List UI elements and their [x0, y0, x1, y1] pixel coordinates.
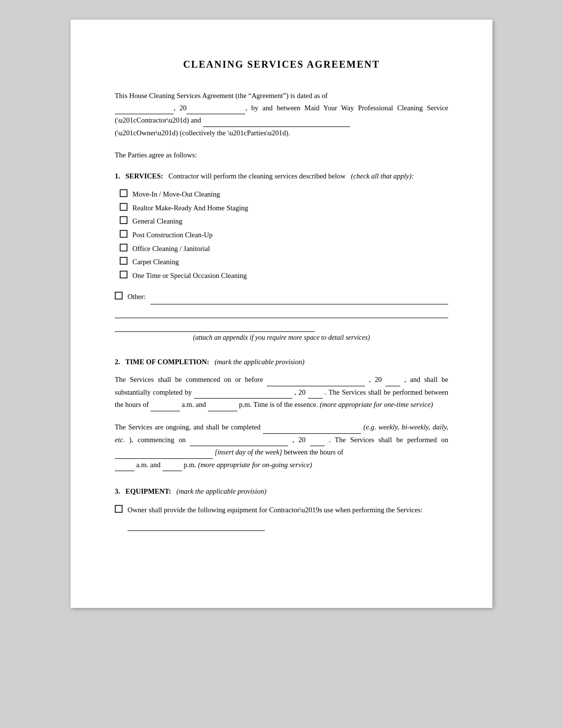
continuation-line-1: [115, 306, 448, 318]
service-label-office: Office Cleaning / Janitorial: [132, 242, 210, 256]
time-para2-italic3: (more appropriate for on-going service): [198, 461, 312, 469]
time-para1-italic: (more appropriate for one-time service): [320, 401, 433, 408]
time-para2-before: The Services are ongoing, and shall be c…: [115, 423, 263, 431]
section-time-heading: 2. TIME OF COMPLETION: (mark the applica…: [115, 356, 448, 368]
ongoing-frequency-field[interactable]: [263, 421, 361, 434]
checkbox-carpet[interactable]: [120, 257, 128, 265]
list-item: Post Construction Clean-Up: [120, 228, 448, 242]
time-para2-mid5: a.m. and: [136, 461, 162, 469]
time-para1-mid3: , 20: [294, 388, 306, 396]
section-equipment-italic: (mark the applicable provision): [177, 487, 267, 495]
section-equipment-heading: 3. EQUIPMENT: (mark the applicable provi…: [115, 486, 448, 497]
section-equipment-title: EQUIPMENT:: [126, 487, 171, 495]
list-item: General Cleaning: [120, 215, 448, 228]
service-label-move-in-out: Move-In / Move-Out Cleaning: [132, 188, 220, 201]
intro-owner-label: (\u201cOwner\u201d) (collectively the \u…: [115, 129, 290, 137]
checkbox-office[interactable]: [120, 244, 128, 251]
section-number-3: 3.: [115, 487, 120, 495]
commence-year-field[interactable]: [385, 374, 400, 386]
intro-block: This House Cleaning Services Agreement (…: [115, 90, 448, 139]
time-para1-mid5: a.m. and: [182, 401, 208, 408]
intro-line1: This House Cleaning Services Agreement (…: [115, 92, 328, 100]
section-services: 1. SERVICES: Contractor will perform the…: [115, 171, 448, 342]
checkbox-other[interactable]: [115, 292, 123, 300]
time-para1-mid6: p.m. Time is of the essence.: [239, 401, 320, 408]
list-item: Realtor Make-Ready And Home Staging: [120, 201, 448, 215]
list-item: Carpet Cleaning: [120, 255, 448, 269]
checkbox-post-construction[interactable]: [120, 230, 128, 238]
section-time-of-completion: 2. TIME OF COMPLETION: (mark the applica…: [115, 356, 448, 472]
section-time-title: TIME OF COMPLETION:: [126, 358, 209, 366]
checkbox-realtor[interactable]: [120, 203, 128, 211]
services-checkbox-list: Move-In / Move-Out Cleaning Realtor Make…: [115, 188, 448, 282]
other-line: Other:: [115, 290, 448, 304]
section-services-italic: (check all that apply):: [351, 172, 414, 180]
section-equipment: 3. EQUIPMENT: (mark the applicable provi…: [115, 486, 448, 530]
other-field[interactable]: [151, 290, 448, 304]
time-para2-mid1: ), commencing on: [129, 436, 190, 444]
list-item: Move-In / Move-Out Cleaning: [120, 188, 448, 201]
section-services-text: Contractor will perform the cleaning ser…: [168, 172, 345, 180]
checkbox-move-in-out[interactable]: [120, 189, 128, 197]
start-hour-field[interactable]: [151, 399, 180, 411]
equipment-checkbox-row: Owner shall provide the following equipm…: [115, 503, 448, 531]
ongoing-start-field[interactable]: [190, 434, 288, 447]
insert-day-italic: [insert day of the week]: [215, 448, 284, 456]
time-para2-mid6: p.m.: [183, 461, 198, 469]
service-label-post-construction: Post Construction Clean-Up: [132, 228, 213, 242]
appendix-note: (attach an appendix if you require more …: [115, 334, 448, 342]
end-hour-field[interactable]: [208, 399, 237, 411]
commence-date-field[interactable]: [267, 374, 365, 386]
complete-year-field[interactable]: [308, 386, 323, 399]
time-para1-before: The Services shall be commenced on or be…: [115, 376, 267, 383]
section-services-title: SERVICES:: [126, 172, 163, 180]
day-of-week-field[interactable]: [115, 446, 213, 459]
time-para-1: The Services shall be commenced on or be…: [115, 374, 448, 411]
time-para-2: The Services are ongoing, and shall be c…: [115, 421, 448, 472]
checkbox-owner-equipment[interactable]: [115, 505, 123, 513]
checkbox-general[interactable]: [120, 216, 128, 224]
ongoing-start-hour-field[interactable]: [115, 459, 134, 472]
list-item: Office Cleaning / Janitorial: [120, 242, 448, 256]
checkbox-one-time[interactable]: [120, 271, 128, 278]
complete-date-field[interactable]: [194, 386, 292, 399]
owner-name-field[interactable]: [203, 114, 350, 127]
service-label-general: General Cleaning: [132, 215, 182, 228]
section-time-italic: (mark the applicable provision): [214, 358, 305, 366]
service-label-carpet: Carpet Cleaning: [132, 255, 179, 269]
ongoing-end-hour-field[interactable]: [162, 459, 182, 472]
time-para2-mid3: . The Services shall be performed on: [329, 436, 448, 444]
section-services-heading: 1. SERVICES: Contractor will perform the…: [115, 171, 448, 182]
service-label-realtor: Realtor Make-Ready And Home Staging: [132, 201, 248, 215]
ongoing-year-field[interactable]: [310, 434, 325, 447]
equipment-checkbox-text: Owner shall provide the following equipm…: [128, 503, 448, 531]
continuation-line-2: [115, 320, 315, 332]
time-para2-mid2: , 20: [292, 436, 306, 444]
document-title: Cleaning Services Agreement: [115, 59, 448, 70]
time-para2-mid4: between the hours of: [284, 448, 343, 456]
parties-agree-text: The Parties agree as follows:: [115, 149, 448, 161]
year-field[interactable]: [186, 102, 245, 115]
other-label: Other:: [128, 290, 146, 304]
section-number-1: 1.: [115, 172, 120, 180]
date-field[interactable]: [115, 102, 174, 115]
section-number-2: 2.: [115, 358, 120, 366]
service-label-one-time: One Time or Special Occasion Cleaning: [132, 269, 247, 283]
list-item: One Time or Special Occasion Cleaning: [120, 269, 448, 283]
time-para1-mid1: , 20: [369, 376, 382, 383]
equipment-field[interactable]: [128, 517, 265, 531]
document-page: Cleaning Services Agreement This House C…: [71, 20, 492, 608]
